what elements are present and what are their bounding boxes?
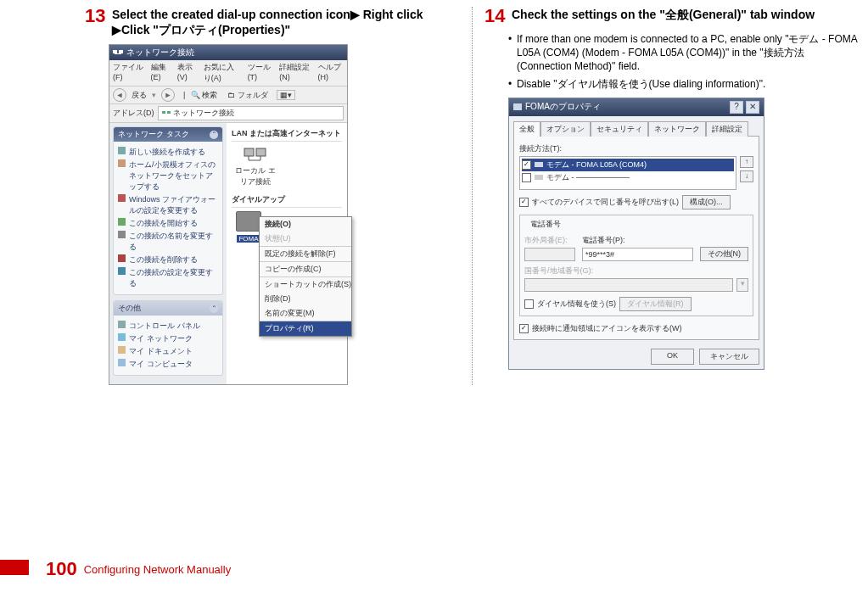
- folders-icon: 🗀: [227, 91, 235, 99]
- note-disable-dial: Disable "ダイヤル情報を使う(Use dialing informati…: [508, 77, 860, 91]
- tab-pane-general: 接続方法(T): モデム - FOMA L05A (COM4) モデム - ——…: [513, 136, 759, 340]
- search-icon[interactable]: 🔍: [191, 91, 200, 99]
- tab-security[interactable]: セキュリティ: [591, 121, 648, 137]
- dial-rules-button: ダイヤル情報(R): [619, 297, 692, 311]
- all-devices-checkbox[interactable]: [519, 198, 529, 207]
- use-dial-label: ダイヤル情報を使う(S): [537, 299, 616, 310]
- forward-button[interactable]: ►: [161, 88, 175, 102]
- menu-view[interactable]: 表示(V): [177, 62, 197, 84]
- menu-tools[interactable]: ツール(T): [248, 62, 273, 84]
- ok-button[interactable]: OK: [651, 349, 694, 365]
- network-icon: [113, 48, 123, 57]
- link-my-computer[interactable]: マイ コンピュータ: [118, 359, 218, 370]
- screenshot-foma-properties: FOMAのプロパティ ? ✕ 全般 オプション セキュリティ ネットワーク 詳細…: [508, 98, 764, 370]
- views-button[interactable]: ▦▾: [277, 90, 295, 100]
- modem-label-foma: モデム - FOMA L05A (COM4): [546, 159, 647, 170]
- configure-button[interactable]: 構成(O)...: [682, 195, 731, 209]
- address-field[interactable]: ネットワーク接続: [158, 106, 344, 120]
- lan-connection-item[interactable]: ローカル エリア接続: [232, 145, 279, 187]
- menu-bar[interactable]: ファイル(F) 編集(E) 表示(V) お気に入り(A) ツール(T) 詳細設定…: [109, 60, 347, 87]
- dialup-icon: [513, 103, 522, 111]
- menu-edit[interactable]: 編集(E): [151, 62, 171, 84]
- note-enable-modem: If more than one modem is connected to a…: [508, 32, 860, 74]
- other-panel-header[interactable]: その他 ⌃: [114, 301, 222, 316]
- tab-network[interactable]: ネットワーク: [648, 121, 706, 137]
- link-control-panel[interactable]: コントロール パネル: [118, 321, 218, 332]
- modem-row-foma[interactable]: モデム - FOMA L05A (COM4): [522, 159, 734, 171]
- all-devices-label: すべてのデバイスで同じ番号を呼び出す(L): [532, 197, 679, 208]
- modem-checkbox-other[interactable]: [522, 173, 531, 182]
- svg-rect-9: [118, 231, 126, 238]
- tab-advanced[interactable]: 詳細設定: [706, 121, 748, 137]
- svg-rect-21: [513, 103, 522, 110]
- address-bar: アドレス(D) ネットワーク接続: [109, 104, 347, 123]
- svg-rect-14: [118, 346, 126, 354]
- svg-rect-23: [535, 175, 543, 180]
- show-icon-label: 接続時に通知領域にアイコンを表示する(W): [532, 323, 682, 334]
- page-footer: 100 Configuring Network Manually: [0, 558, 231, 580]
- ctx-status: 状態(U): [260, 232, 351, 246]
- other-button[interactable]: その他(N): [700, 247, 749, 261]
- phone-field[interactable]: *99***3#: [582, 248, 693, 261]
- ctx-shortcut[interactable]: ショートカットの作成(S): [260, 276, 351, 292]
- svg-rect-7: [118, 194, 126, 202]
- task-setup-network[interactable]: ホーム/小規模オフィスのネットワークをセットアップする: [118, 159, 218, 193]
- menu-file[interactable]: ファイル(F): [113, 62, 144, 84]
- collapse-icon[interactable]: ⌃: [210, 304, 218, 313]
- ctx-rename[interactable]: 名前の変更(M): [260, 306, 351, 321]
- ctx-connect[interactable]: 接続(O): [260, 217, 351, 232]
- footer-accent: [0, 560, 29, 575]
- modem-checkbox-foma[interactable]: [522, 160, 531, 170]
- step-14-notes: If more than one modem is connected to a…: [508, 32, 860, 91]
- modem-row-other[interactable]: モデム - ———————: [522, 171, 734, 184]
- address-value: ネットワーク接続: [173, 108, 234, 119]
- tasks-panel-header[interactable]: ネットワーク タスク ⌃: [114, 127, 222, 142]
- move-down-button[interactable]: ↓: [740, 170, 753, 182]
- svg-rect-2: [115, 53, 121, 54]
- move-up-button[interactable]: ↑: [740, 156, 753, 168]
- menu-help[interactable]: ヘルプ(H): [318, 62, 344, 84]
- link-my-documents[interactable]: マイ ドキュメント: [118, 346, 218, 357]
- task-delete-conn[interactable]: この接続を削除する: [118, 254, 218, 265]
- tab-general[interactable]: 全般: [513, 121, 540, 137]
- step-number-13: 13: [85, 7, 107, 25]
- phone-label: 電話番号(P):: [582, 235, 693, 246]
- screenshot-network-connections: ネットワーク接続 ファイル(F) 編集(E) 表示(V) お気に入り(A) ツー…: [109, 44, 348, 385]
- use-dial-checkbox[interactable]: [524, 299, 534, 309]
- back-button[interactable]: ◄: [113, 88, 126, 102]
- close-button[interactable]: ✕: [746, 101, 759, 114]
- modem-icon: [236, 211, 261, 232]
- lan-icon: [244, 145, 267, 164]
- link-my-network[interactable]: マイ ネットワーク: [118, 333, 218, 344]
- column-divider: [472, 7, 473, 385]
- modem-list[interactable]: モデム - FOMA L05A (COM4) モデム - ———————: [519, 156, 736, 190]
- toolbar: ◄ 戻る ▾ ► | 🔍 検索 🗀 フォルダ ▦▾: [109, 87, 347, 104]
- collapse-icon[interactable]: ⌃: [210, 131, 218, 139]
- task-change-settings[interactable]: この接続の設定を変更する: [118, 267, 218, 289]
- show-icon-checkbox[interactable]: [519, 324, 529, 333]
- country-dropdown-icon: ▾: [736, 278, 748, 292]
- menu-advanced[interactable]: 詳細設定(N): [279, 62, 311, 84]
- task-start-conn[interactable]: この接続を開始する: [118, 218, 218, 229]
- svg-rect-0: [113, 50, 117, 53]
- network-icon: [162, 110, 171, 117]
- address-label: アドレス(D): [113, 108, 154, 119]
- ctx-copy[interactable]: コピーの作成(C): [260, 261, 351, 276]
- ctx-delete[interactable]: 削除(D): [260, 292, 351, 306]
- phone-group: 電話番号 市外局番(E): 電話番号(P): *99***3# その他(N): [519, 215, 753, 316]
- task-new-connection[interactable]: 新しい接続を作成する: [118, 147, 218, 158]
- svg-rect-10: [118, 254, 126, 262]
- step-title-13: Select the created dial-up connection ic…: [112, 7, 460, 37]
- folders-button[interactable]: 🗀 フォルダ: [227, 90, 268, 101]
- task-firewall[interactable]: Windows ファイアウォールの設定を変更する: [118, 194, 218, 216]
- ctx-unset-default[interactable]: 既定の接続を解除(F): [260, 246, 351, 261]
- conn-method-label: 接続方法(T):: [519, 143, 753, 154]
- svg-rect-22: [535, 162, 543, 167]
- menu-favorites[interactable]: お気に入り(A): [204, 62, 241, 84]
- tab-options[interactable]: オプション: [540, 121, 591, 137]
- cancel-button[interactable]: キャンセル: [699, 349, 759, 365]
- ctx-properties[interactable]: プロパティ(R): [260, 321, 351, 336]
- area-field: [524, 248, 575, 261]
- task-rename-conn[interactable]: この接続の名前を変更する: [118, 231, 218, 253]
- help-button[interactable]: ?: [730, 101, 743, 114]
